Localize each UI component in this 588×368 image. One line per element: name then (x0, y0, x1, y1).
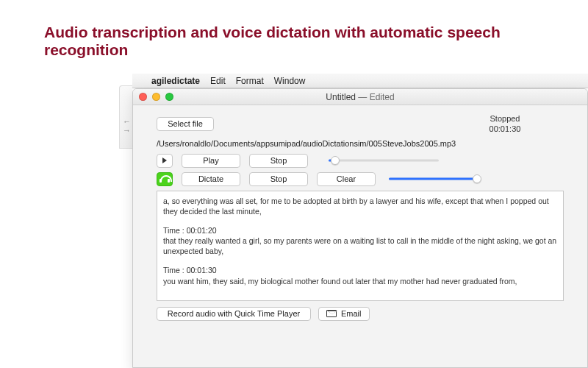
play-icon[interactable] (157, 154, 173, 168)
transcript-text: you want him, they said, my biological m… (163, 276, 557, 286)
file-path-label: /Users/ronaldlo/Documents/appsumipad/aud… (157, 139, 564, 148)
record-quicktime-button[interactable]: Record audio with Quick Time Player (157, 307, 311, 321)
background-window-sliver: ← → (119, 85, 132, 149)
nav-back-forward-icon: ← → (123, 117, 132, 135)
window-title-primary: Untitled (326, 92, 356, 102)
window-title: Untitled — Edited (133, 92, 587, 102)
menubar-item-format[interactable]: Format (236, 76, 264, 86)
transcript-timestamp: Time : 00:01:30 (163, 265, 557, 275)
mac-menubar: agiledictate Edit Format Window (132, 74, 588, 88)
transcript-text: that they really wanted a girl, so my pa… (163, 236, 557, 256)
window-content: Select file Stopped 00:01:30 /Users/rona… (133, 105, 587, 321)
playback-time: 00:01:30 (446, 124, 564, 135)
play-stop-button[interactable]: Stop (249, 154, 308, 168)
select-file-button[interactable]: Select file (157, 117, 214, 131)
email-button[interactable]: Email (318, 307, 370, 321)
transcript-block: Time : 00:01:30 you want him, they said,… (163, 265, 557, 286)
menubar-app-name[interactable]: agiledictate (151, 76, 200, 86)
clear-button[interactable]: Clear (317, 172, 376, 186)
playback-state: Stopped (446, 114, 564, 124)
dictate-stop-button[interactable]: Stop (249, 172, 308, 186)
window-titlebar[interactable]: Untitled — Edited (133, 89, 587, 105)
page-headline: Audio transcription and voice dictation … (44, 24, 559, 59)
transcript-block: Time : 00:01:20 that they really wanted … (163, 225, 557, 257)
position-slider[interactable] (329, 155, 439, 166)
transcript-fragment: a, so everything was all set, for me to … (163, 196, 557, 216)
menubar-item-window[interactable]: Window (274, 76, 306, 86)
play-button[interactable]: Play (182, 154, 240, 168)
window-title-secondary: — Edited (356, 92, 395, 102)
transcript-timestamp: Time : 00:01:20 (163, 225, 557, 236)
app-window: Untitled — Edited Select file Stopped 00… (132, 88, 588, 368)
transcript-textarea[interactable]: a, so everything was all set, for me to … (157, 191, 564, 301)
menubar-item-edit[interactable]: Edit (210, 76, 226, 86)
playback-status: Stopped 00:01:30 (446, 114, 564, 135)
dictate-button[interactable]: Dictate (182, 172, 240, 186)
mail-icon (326, 310, 337, 317)
headphones-icon[interactable] (157, 172, 173, 186)
volume-slider[interactable] (389, 173, 477, 185)
email-button-label: Email (341, 308, 362, 320)
